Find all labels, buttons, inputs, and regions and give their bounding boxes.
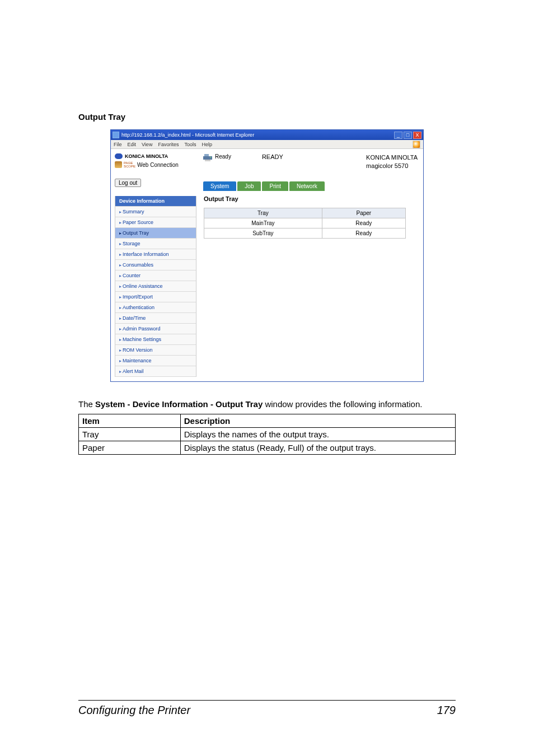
minimize-button[interactable]: _ bbox=[394, 132, 402, 139]
browser-titlebar: http://192.168.1.2/a_index.html - Micros… bbox=[111, 130, 423, 140]
sidebar-label: ROM Version bbox=[123, 347, 153, 353]
sidebar-item-online-assistance[interactable]: ▸Online Assistance bbox=[115, 281, 196, 292]
menu-favorites[interactable]: Favorites bbox=[158, 142, 179, 147]
sidebar-label: Date/Time bbox=[123, 315, 146, 321]
status-row: Ready READY KONICA MINOLTA magicolor 557… bbox=[200, 153, 418, 170]
desc-bold: System - Device Information - Output Tra… bbox=[95, 399, 263, 409]
cell-tray: SubTray bbox=[204, 228, 322, 238]
sidebar-label: Storage bbox=[123, 241, 140, 246]
cell-tray: MainTray bbox=[204, 218, 322, 228]
sidebar-label: Paper Source bbox=[123, 220, 153, 225]
sidebar: Device Information ▸Summary ▸Paper Sourc… bbox=[115, 196, 196, 377]
brand-row: KONICA MINOLTA bbox=[115, 153, 196, 159]
col-paper: Paper bbox=[322, 208, 405, 218]
sidebar-label: Import/Export bbox=[123, 294, 153, 300]
webconn-row: PAGE SCOPE Web Connection bbox=[115, 161, 196, 168]
sidebar-item-consumables[interactable]: ▸Consumables bbox=[115, 260, 196, 270]
footer-title: Configuring the Printer bbox=[78, 704, 190, 717]
sidebar-item-machine-settings[interactable]: ▸Machine Settings bbox=[115, 334, 196, 345]
ie-logo-icon bbox=[413, 141, 420, 148]
menu-edit[interactable]: Edit bbox=[128, 142, 137, 147]
sidebar-label: Maintenance bbox=[123, 358, 152, 363]
sidebar-label: Machine Settings bbox=[123, 337, 161, 342]
cell-paper: Ready bbox=[322, 228, 405, 238]
pagescope-line2: SCOPE bbox=[124, 165, 135, 168]
pagescope-label: PAGE SCOPE bbox=[124, 161, 135, 168]
logout-button[interactable]: Log out bbox=[115, 179, 141, 187]
sidebar-label: Output Tray bbox=[123, 230, 149, 236]
desc-pre: The bbox=[78, 399, 95, 409]
document-page: Output Tray http://192.168.1.2/a_index.h… bbox=[0, 0, 534, 756]
sidebar-item-output-tray[interactable]: ▸Output Tray bbox=[115, 228, 196, 239]
sidebar-item-summary[interactable]: ▸Summary bbox=[115, 207, 196, 217]
desc-post: window provides the following informatio… bbox=[263, 399, 422, 409]
sidebar-item-date-time[interactable]: ▸Date/Time bbox=[115, 313, 196, 324]
left-column: KONICA MINOLTA PAGE SCOPE Web Connection… bbox=[111, 149, 200, 381]
cell-paper: Ready bbox=[322, 218, 405, 228]
tab-network[interactable]: Network bbox=[289, 181, 325, 191]
sidebar-label: Summary bbox=[123, 209, 144, 214]
doc-desc: Displays the status (Ready, Full) of the… bbox=[180, 441, 455, 455]
browser-screenshot: http://192.168.1.2/a_index.html - Micros… bbox=[110, 129, 424, 382]
table-row: SubTray Ready bbox=[204, 228, 406, 238]
table-row: MainTray Ready bbox=[204, 218, 406, 228]
sidebar-label: Counter bbox=[123, 273, 140, 278]
tab-job[interactable]: Job bbox=[237, 181, 261, 191]
doc-item: Paper bbox=[79, 441, 181, 455]
table-row: Tray Displays the names of the output tr… bbox=[79, 428, 456, 441]
sidebar-item-import-export[interactable]: ▸Import/Export bbox=[115, 292, 196, 302]
page-footer: Configuring the Printer 179 bbox=[78, 700, 456, 717]
sidebar-item-alert-mail[interactable]: ▸Alert Mail bbox=[115, 366, 196, 377]
page-number: 179 bbox=[437, 704, 456, 717]
doc-th-desc: Description bbox=[180, 414, 455, 428]
ie-page-icon bbox=[113, 132, 119, 138]
brand-text: KONICA MINOLTA bbox=[125, 153, 168, 159]
menu-view[interactable]: View bbox=[142, 142, 152, 147]
sidebar-item-rom-version[interactable]: ▸ROM Version bbox=[115, 345, 196, 356]
svg-rect-2 bbox=[205, 160, 210, 161]
right-column: Ready READY KONICA MINOLTA magicolor 557… bbox=[200, 149, 423, 381]
app-body: KONICA MINOLTA PAGE SCOPE Web Connection… bbox=[111, 149, 423, 381]
svg-rect-0 bbox=[204, 154, 209, 156]
menu-tools[interactable]: Tools bbox=[184, 142, 196, 147]
model-brand: KONICA MINOLTA bbox=[366, 153, 418, 162]
table-row: Paper Displays the status (Ready, Full) … bbox=[79, 441, 456, 455]
window-buttons: _ □ X bbox=[394, 132, 421, 139]
sidebar-label: Online Assistance bbox=[123, 283, 163, 289]
tab-bar: System Job Print Network bbox=[203, 181, 418, 191]
sidebar-label: Consumables bbox=[123, 262, 153, 268]
sidebar-item-counter[interactable]: ▸Counter bbox=[115, 270, 196, 281]
doc-item: Tray bbox=[79, 428, 181, 441]
sidebar-item-admin-password[interactable]: ▸Admin Password bbox=[115, 324, 196, 334]
doc-th-item: Item bbox=[79, 414, 181, 428]
sidebar-item-maintenance[interactable]: ▸Maintenance bbox=[115, 356, 196, 366]
ready-value: READY bbox=[262, 153, 283, 160]
sidebar-item-authentication[interactable]: ▸Authentication bbox=[115, 302, 196, 313]
printer-icon bbox=[203, 153, 212, 161]
tab-system[interactable]: System bbox=[203, 181, 236, 191]
ready-label: Ready bbox=[215, 153, 231, 160]
sidebar-label: Alert Mail bbox=[123, 368, 144, 374]
close-button[interactable]: X bbox=[413, 132, 421, 139]
doc-desc: Displays the names of the output trays. bbox=[180, 428, 455, 441]
brand-logo-icon bbox=[115, 153, 123, 159]
tab-print[interactable]: Print bbox=[262, 181, 288, 191]
browser-menubar: File Edit View Favorites Tools Help bbox=[111, 140, 423, 149]
sidebar-item-storage[interactable]: ▸Storage bbox=[115, 239, 196, 249]
menu-file[interactable]: File bbox=[114, 142, 122, 147]
svg-point-3 bbox=[210, 157, 211, 158]
sidebar-label: Authentication bbox=[123, 305, 154, 310]
sidebar-label: Admin Password bbox=[123, 326, 161, 332]
sidebar-item-interface-information[interactable]: ▸Interface Information bbox=[115, 249, 196, 260]
sidebar-label: Interface Information bbox=[123, 251, 169, 257]
sidebar-item-paper-source[interactable]: ▸Paper Source bbox=[115, 217, 196, 228]
webconn-text: Web Connection bbox=[137, 162, 179, 168]
svg-rect-1 bbox=[203, 156, 212, 160]
pagescope-icon bbox=[115, 161, 122, 168]
window-title: http://192.168.1.2/a_index.html - Micros… bbox=[121, 132, 394, 138]
section-heading: Output Tray bbox=[78, 112, 456, 122]
menu-help[interactable]: Help bbox=[202, 142, 212, 147]
description-text: The System - Device Information - Output… bbox=[78, 399, 456, 410]
panel-title: Output Tray bbox=[204, 195, 418, 202]
maximize-button[interactable]: □ bbox=[404, 132, 412, 139]
